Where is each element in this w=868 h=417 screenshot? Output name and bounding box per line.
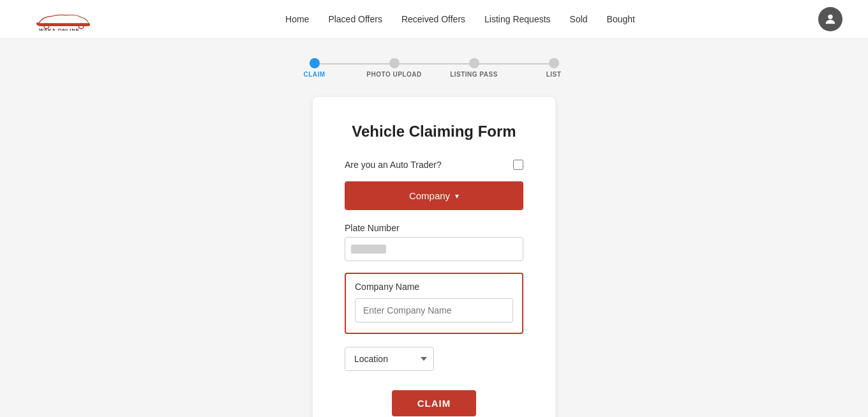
step-dot-list [549, 58, 559, 68]
logo-icon: WAKA ONLINE [26, 8, 102, 31]
plate-number-section: Plate Number [345, 223, 523, 261]
step-dot-claim [310, 58, 320, 68]
logo-area: WAKA ONLINE [26, 8, 102, 31]
auto-trader-row: Are you an Auto Trader? [345, 160, 523, 170]
user-icon-wrap[interactable] [818, 7, 842, 31]
company-dropdown-label: Company [409, 190, 450, 201]
location-select[interactable]: Location Auckland Wellington Christchurc… [345, 347, 434, 371]
step-label-claim: CLAIM [303, 71, 325, 78]
form-card: Vehicle Claiming Form Are you an Auto Tr… [313, 97, 555, 417]
nav-bought[interactable]: Bought [607, 14, 635, 24]
nav-listing-requests[interactable]: Listing Requests [484, 14, 551, 24]
nav: Home Placed Offers Received Offers Listi… [285, 14, 635, 24]
step-listing-pass: LISTING PASS [434, 58, 514, 78]
form-title: Vehicle Claiming Form [345, 123, 523, 140]
stepper: CLAIM PHOTO UPLOAD LISTING PASS LIST [274, 58, 594, 78]
company-name-section: Company Name [345, 273, 523, 334]
step-dot-listing [469, 58, 479, 68]
nav-placed-offers[interactable]: Placed Offers [328, 14, 382, 24]
plate-number-label: Plate Number [345, 223, 523, 233]
step-photo-upload: PHOTO UPLOAD [354, 58, 434, 78]
person-icon [823, 12, 837, 26]
step-list: LIST [514, 58, 594, 78]
claim-button[interactable]: CLAIM [392, 390, 477, 416]
nav-received-offers[interactable]: Received Offers [401, 14, 465, 24]
step-claim: CLAIM [274, 58, 354, 78]
company-dropdown-button[interactable]: Company ▾ [346, 183, 522, 209]
plate-partial-fill [351, 245, 386, 254]
company-name-input[interactable] [355, 298, 513, 322]
header: WAKA ONLINE Home Placed Offers Received … [0, 0, 868, 39]
nav-home[interactable]: Home [285, 14, 309, 24]
logo: WAKA ONLINE [26, 8, 102, 31]
step-dot-photo [389, 58, 400, 68]
nav-sold[interactable]: Sold [570, 14, 588, 24]
step-label-photo: PHOTO UPLOAD [366, 71, 421, 78]
company-name-label: Company Name [355, 282, 513, 292]
svg-text:WAKA ONLINE: WAKA ONLINE [39, 27, 79, 31]
step-label-list: LIST [546, 71, 562, 78]
user-avatar[interactable] [818, 7, 842, 31]
auto-trader-label: Are you an Auto Trader? [345, 160, 442, 170]
step-label-listing: LISTING PASS [450, 71, 498, 78]
location-section: Location Auckland Wellington Christchurc… [345, 347, 523, 371]
auto-trader-checkbox[interactable] [513, 160, 523, 170]
svg-point-3 [828, 15, 832, 19]
company-dropdown-wrap: Company ▾ [345, 181, 523, 210]
dropdown-arrow-icon: ▾ [455, 192, 459, 201]
main-content: CLAIM PHOTO UPLOAD LISTING PASS LIST Veh… [0, 39, 868, 417]
